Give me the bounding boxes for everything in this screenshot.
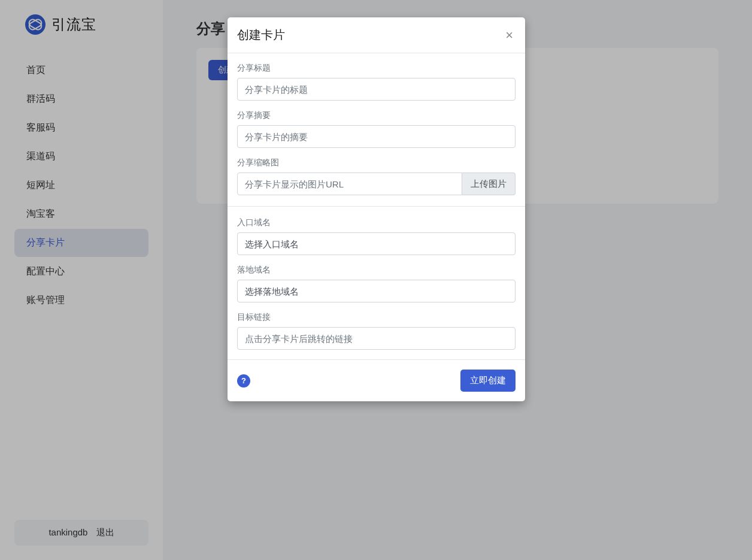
share-thumbnail-label: 分享缩略图 [237, 158, 516, 168]
form-divider [228, 206, 525, 207]
modal-footer: ? 立即创建 [228, 359, 525, 401]
landing-domain-label: 落地域名 [237, 265, 516, 276]
form-group-target-link: 目标链接 [237, 312, 516, 350]
submit-button[interactable]: 立即创建 [460, 370, 516, 392]
modal-header: 创建卡片 × [228, 17, 525, 53]
target-link-input[interactable] [237, 327, 516, 350]
entry-domain-label: 入口域名 [237, 217, 516, 228]
form-group-share-title: 分享标题 [237, 63, 516, 101]
modal-title: 创建卡片 [237, 27, 285, 43]
form-group-share-thumbnail: 分享缩略图 上传图片 [237, 158, 516, 195]
share-summary-label: 分享摘要 [237, 110, 516, 121]
create-card-modal: 创建卡片 × 分享标题 分享摘要 分享缩略图 上传图片 入口域名 选择入口域名 [228, 17, 525, 401]
entry-domain-select[interactable]: 选择入口域名 [237, 232, 516, 255]
share-thumbnail-group: 上传图片 [237, 172, 516, 195]
close-icon[interactable]: × [503, 29, 516, 42]
form-group-share-summary: 分享摘要 [237, 110, 516, 148]
form-group-entry-domain: 入口域名 选择入口域名 [237, 217, 516, 255]
modal-body: 分享标题 分享摘要 分享缩略图 上传图片 入口域名 选择入口域名 落地域名 选择… [228, 53, 525, 359]
share-thumbnail-input[interactable] [237, 172, 462, 195]
share-title-input[interactable] [237, 78, 516, 101]
target-link-label: 目标链接 [237, 312, 516, 323]
upload-image-button[interactable]: 上传图片 [462, 172, 516, 195]
form-group-landing-domain: 落地域名 选择落地域名 [237, 265, 516, 302]
landing-domain-select[interactable]: 选择落地域名 [237, 280, 516, 302]
help-icon[interactable]: ? [237, 374, 250, 388]
share-summary-input[interactable] [237, 125, 516, 148]
share-title-label: 分享标题 [237, 63, 516, 74]
